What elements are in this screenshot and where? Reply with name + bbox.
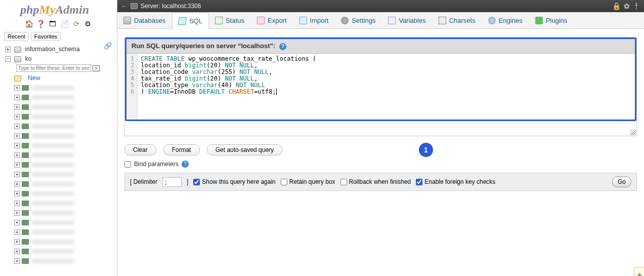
- tree-label: information_schema: [25, 46, 80, 53]
- show-again-option[interactable]: Show this query here again: [193, 178, 275, 185]
- tree-item-ko[interactable]: − ko: [2, 54, 115, 63]
- bind-params-checkbox[interactable]: [124, 161, 131, 168]
- tree-item-blurred[interactable]: + xxxxxxxxxxxxxx: [11, 227, 115, 236]
- tab-recent[interactable]: Recent: [4, 32, 29, 41]
- tree-item-blurred[interactable]: + xxxxxxxxxxxxxx: [11, 92, 115, 102]
- tab-label: Export: [268, 17, 287, 24]
- collapse-icon[interactable]: −: [5, 56, 11, 62]
- tree-item-blurred[interactable]: + xxxxxxxxxxxxxx: [11, 160, 115, 169]
- tab-label: SQL: [189, 17, 202, 25]
- expand-icon[interactable]: +: [14, 162, 20, 168]
- tab-export[interactable]: Export: [251, 12, 293, 28]
- tab-favorites[interactable]: Favorites: [31, 32, 61, 41]
- tab-charsets[interactable]: Charsets: [433, 12, 482, 28]
- expand-icon[interactable]: +: [14, 191, 20, 196]
- table-icon: [22, 162, 29, 168]
- tab-status[interactable]: Status: [209, 12, 251, 28]
- nav-left-icon[interactable]: ←: [121, 3, 127, 10]
- docs-icon[interactable]: 📄: [60, 20, 68, 28]
- expand-icon[interactable]: +: [14, 249, 20, 254]
- go-button[interactable]: Go: [612, 176, 631, 187]
- expand-icon[interactable]: +: [14, 124, 20, 129]
- main-panel: ← Server: localhost:3306 🔒 ✿ ⭱ Databases…: [117, 0, 644, 276]
- filter-clear-button[interactable]: X: [93, 65, 100, 71]
- tab-databases[interactable]: Databases: [117, 12, 172, 28]
- tree-item-blurred[interactable]: + xxxxxxxxxxxxxx: [11, 208, 115, 217]
- rollback-checkbox[interactable]: [340, 179, 347, 185]
- tab-label: Variables: [399, 17, 425, 24]
- tree-item-information-schema[interactable]: + information_schema: [2, 44, 115, 54]
- lock-icon[interactable]: 🔒: [612, 2, 621, 10]
- tree-item-blurred[interactable]: + xxxxxxxxxxxxxx: [11, 188, 115, 198]
- tree-item-blurred[interactable]: + xxxxxxxxxxxxxx: [11, 111, 115, 121]
- home-icon[interactable]: 🏠: [25, 20, 33, 28]
- help-icon[interactable]: ?: [182, 161, 189, 168]
- expand-icon[interactable]: +: [14, 201, 20, 206]
- sql-editor[interactable]: 123456 CREATE TABLE wp_woocommerce_tax_r…: [126, 54, 635, 120]
- table-icon: [22, 133, 29, 139]
- reload-icon[interactable]: ⟳: [72, 20, 80, 28]
- console-toggle[interactable]: [634, 267, 644, 276]
- get-autosaved-button[interactable]: Get auto-saved query: [207, 144, 282, 155]
- tree-item-blurred[interactable]: + xxxxxxxxxxxxxx: [11, 256, 115, 265]
- expand-icon[interactable]: +: [14, 239, 20, 245]
- settings-icon[interactable]: ⚙: [84, 20, 92, 28]
- sidebar: phpMyAdmin 🏠 ❓ 🗔 📄 ⟳ ⚙ Recent Favorites …: [0, 0, 117, 276]
- tree-item-blurred[interactable]: + xxxxxxxxxxxxxx: [11, 236, 115, 246]
- expand-icon[interactable]: +: [14, 133, 20, 139]
- table-icon: [22, 210, 29, 216]
- fk-option[interactable]: Enable foreign key checks: [416, 178, 495, 185]
- tab-settings[interactable]: Settings: [335, 12, 382, 28]
- tab-variables[interactable]: Variables: [382, 12, 432, 28]
- fk-checkbox[interactable]: [416, 179, 422, 185]
- expand-icon[interactable]: +: [14, 220, 20, 225]
- sql-window-icon[interactable]: 🗔: [49, 20, 57, 28]
- filter-input[interactable]: [16, 64, 91, 72]
- tree-item-blurred[interactable]: + xxxxxxxxxxxxxx: [11, 121, 115, 131]
- tree-item-blurred[interactable]: + xxxxxxxxxxxxxx: [11, 131, 115, 140]
- tab-plugins[interactable]: Plugins: [529, 12, 574, 28]
- tree-item-blurred[interactable]: + xxxxxxxxxxxxxx: [11, 198, 115, 208]
- expand-icon[interactable]: +: [14, 152, 20, 158]
- tree-item-new[interactable]: New: [11, 73, 115, 83]
- clear-button[interactable]: Clear: [124, 144, 156, 155]
- server-breadcrumb[interactable]: Server: localhost:3306: [141, 3, 201, 10]
- new-link[interactable]: New: [28, 74, 40, 82]
- tree-item-blurred[interactable]: + xxxxxxxxxxxxxx: [11, 217, 115, 227]
- expand-icon[interactable]: +: [5, 47, 11, 52]
- tree-item-blurred[interactable]: + xxxxxxxxxxxxxx: [11, 140, 115, 150]
- code-area[interactable]: CREATE TABLE wp_woocommerce_tax_rate_loc…: [138, 54, 635, 120]
- expand-icon[interactable]: +: [14, 181, 20, 187]
- retain-option[interactable]: Retain query box: [281, 178, 335, 185]
- gear-icon[interactable]: ✿: [624, 2, 630, 10]
- resize-handle[interactable]: [630, 129, 636, 135]
- tab-sql[interactable]: SQL: [172, 13, 209, 29]
- tab-engines[interactable]: Engines: [482, 12, 529, 28]
- tree-label: ko: [25, 55, 32, 62]
- format-button[interactable]: Format: [163, 144, 200, 155]
- expand-icon[interactable]: +: [14, 229, 20, 235]
- retain-checkbox[interactable]: [281, 179, 287, 185]
- rollback-option[interactable]: Rollback when finished: [340, 178, 411, 185]
- help-icon[interactable]: ?: [279, 43, 286, 50]
- tree-item-blurred[interactable]: + xxxxxxxxxxxxxx: [11, 169, 115, 179]
- tree-item-blurred[interactable]: + xxxxxxxxxxxxxx: [11, 150, 115, 160]
- help-icon[interactable]: ❓: [36, 20, 45, 28]
- expand-icon[interactable]: +: [14, 85, 20, 91]
- status-icon: [215, 17, 223, 24]
- expand-icon[interactable]: +: [14, 210, 20, 216]
- expand-icon[interactable]: +: [14, 95, 20, 100]
- tree-item-blurred[interactable]: + xxxxxxxxxxxxxx: [11, 246, 115, 256]
- delimiter-input[interactable]: [162, 177, 182, 187]
- expand-icon[interactable]: +: [14, 143, 20, 148]
- expand-icon[interactable]: +: [14, 114, 20, 120]
- tree-item-blurred[interactable]: + xxxxxxxxxxxxxx: [11, 102, 115, 111]
- tab-import[interactable]: Import: [293, 12, 335, 28]
- tree-item-blurred[interactable]: + xxxxxxxxxxxxxx: [11, 179, 115, 188]
- show-again-checkbox[interactable]: [193, 179, 200, 185]
- page-up-icon[interactable]: ⭱: [633, 2, 640, 10]
- expand-icon[interactable]: +: [14, 258, 20, 264]
- expand-icon[interactable]: +: [14, 172, 20, 177]
- tree-item-blurred[interactable]: + xxxxxxxxxxxxxx: [11, 83, 115, 92]
- expand-icon[interactable]: +: [14, 104, 20, 110]
